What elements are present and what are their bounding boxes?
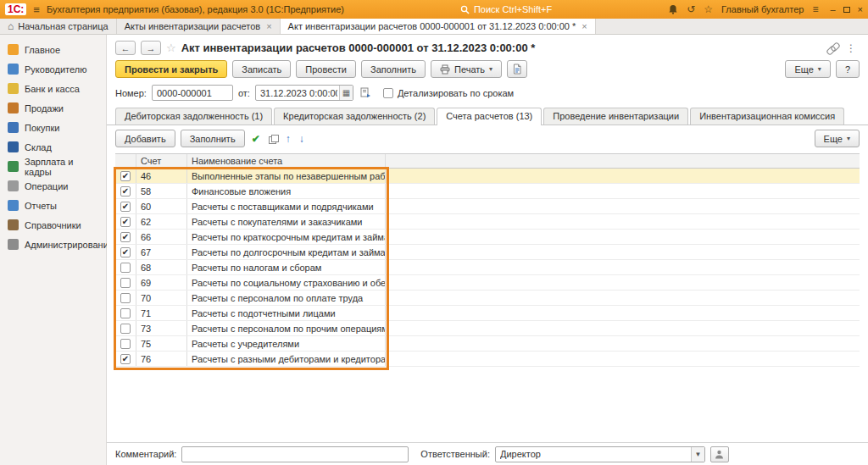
maximize-icon[interactable] <box>843 7 850 13</box>
row-checkbox[interactable] <box>120 263 131 273</box>
table-row[interactable]: 70 Расчеты с персоналом по оплате труда <box>115 291 860 306</box>
table-row[interactable]: 73 Расчеты с персоналом по прочим операц… <box>115 321 860 336</box>
sidebar-item[interactable]: Главное <box>0 40 106 59</box>
table-row[interactable]: 69 Расчеты по социальному страхованию и … <box>115 275 860 291</box>
attached-files-button[interactable] <box>507 60 527 78</box>
number-input[interactable] <box>152 85 233 101</box>
sidebar-item[interactable]: Отчеты <box>0 196 106 215</box>
forward-button[interactable]: → <box>141 41 161 55</box>
account-code: 69 <box>136 275 187 290</box>
tab-acts-list[interactable]: Акты инвентаризации расчетов × <box>117 19 281 34</box>
favorites-star-icon[interactable]: ☆ <box>704 4 713 14</box>
sidebar-item-label: Продажи <box>25 103 64 113</box>
close-icon[interactable]: × <box>266 21 271 31</box>
doc-tab[interactable]: Дебиторская задолженность (1) <box>115 108 272 125</box>
check-all-button[interactable]: ✔ <box>250 131 262 147</box>
sidebar-item[interactable]: Склад <box>0 137 106 157</box>
sidebar-item[interactable]: Покупки <box>0 118 106 137</box>
account-code: 66 <box>136 230 187 244</box>
doc-tab[interactable]: Инвентаризационная комиссия <box>690 108 844 125</box>
table-row[interactable]: 62 Расчеты с покупателями и заказчиками <box>115 214 860 230</box>
detailize-checkbox[interactable] <box>383 88 393 98</box>
doc-tab[interactable]: Проведение инвентаризации <box>543 108 688 125</box>
table-row[interactable]: 46 Выполненные этапы по незавершенным ра… <box>115 169 860 184</box>
table-command-bar: Добавить Заполнить ✔ ↑ ↓ Еще ▾ <box>107 125 868 152</box>
more-vert-icon[interactable]: ⋮ <box>846 42 856 54</box>
get-link-icon[interactable] <box>827 43 837 53</box>
tab-home[interactable]: ⌂ Начальная страница <box>0 19 117 34</box>
open-responsible-button[interactable] <box>710 446 729 462</box>
sidebar-item-label: Операции <box>25 181 68 191</box>
row-checkbox[interactable] <box>120 232 131 242</box>
table-row[interactable]: 71 Расчеты с подотчетными лицами <box>115 306 860 321</box>
service-menu-icon[interactable]: ≡ <box>812 4 818 14</box>
row-checkbox[interactable] <box>120 247 131 257</box>
account-name: Расчеты с подотчетными лицами <box>187 306 386 320</box>
table-row[interactable]: 76 Расчеты с разными дебиторами и кредит… <box>115 352 860 367</box>
add-row-button[interactable]: Добавить <box>115 130 175 147</box>
row-checkbox[interactable] <box>120 186 131 197</box>
sidebar-item-label: Склад <box>25 142 52 152</box>
notifications-bell-icon[interactable] <box>668 4 678 14</box>
help-button[interactable]: ? <box>836 60 860 78</box>
favorite-star-icon[interactable]: ☆ <box>166 42 176 54</box>
history-icon[interactable]: ↺ <box>687 4 695 14</box>
post-and-close-button[interactable]: Провести и закрыть <box>115 60 227 78</box>
move-down-button[interactable]: ↓ <box>298 131 306 147</box>
row-checkbox[interactable] <box>120 202 131 212</box>
sidebar-item[interactable]: Продажи <box>0 98 106 118</box>
fill-button[interactable]: Заполнить <box>361 60 426 78</box>
move-up-button[interactable]: ↑ <box>284 131 292 147</box>
sidebar-item[interactable]: Операции <box>0 176 106 196</box>
responsible-input[interactable] <box>495 446 705 462</box>
account-name: Финансовые вложения <box>187 184 386 198</box>
back-button[interactable]: ← <box>115 41 136 55</box>
post-button[interactable]: Провести <box>296 60 356 78</box>
table-row[interactable]: 58 Финансовые вложения <box>115 184 860 199</box>
related-documents-button[interactable] <box>359 86 373 101</box>
tab-current-document[interactable]: Акт инвентаризации расчетов 0000-000001 … <box>281 19 596 34</box>
current-user-label[interactable]: Главный бухгалтер <box>721 4 804 14</box>
row-checkbox[interactable] <box>120 278 131 288</box>
row-checkbox[interactable] <box>120 293 131 303</box>
print-button[interactable]: Печать ▾ <box>431 60 502 78</box>
uncheck-all-button[interactable] <box>267 131 279 147</box>
detailize-by-terms-option[interactable]: Детализировать по срокам <box>383 88 514 98</box>
chevron-down-icon: ▾ <box>847 135 850 142</box>
command-bar: Провести и закрыть Записать Провести Зап… <box>107 58 868 85</box>
doc-tab[interactable]: Кредиторская задолженность (2) <box>274 108 435 125</box>
row-checkbox[interactable] <box>120 324 131 334</box>
save-button[interactable]: Записать <box>232 60 291 78</box>
close-icon[interactable]: × <box>858 4 863 14</box>
table-more-button[interactable]: Еще ▾ <box>815 130 860 147</box>
table-row[interactable]: 66 Расчеты по краткосрочным кредитам и з… <box>115 230 860 245</box>
main-menu-icon[interactable]: ≡ <box>33 3 40 16</box>
sidebar-item[interactable]: Справочники <box>0 215 106 235</box>
fill-table-button[interactable]: Заполнить <box>181 130 245 147</box>
sidebar-item[interactable]: Руководителю <box>0 59 106 79</box>
home-icon: ⌂ <box>8 20 14 32</box>
table-row[interactable]: 68 Расчеты по налогам и сборам <box>115 260 860 275</box>
table-row[interactable]: 60 Расчеты с поставщиками и подрядчиками <box>115 199 860 214</box>
table-row[interactable]: 67 Расчеты по долгосрочным кредитам и за… <box>115 245 860 260</box>
doc-tab-label: Счета расчетов (13) <box>446 111 532 121</box>
row-checkbox[interactable] <box>120 354 131 364</box>
row-checkbox[interactable] <box>120 339 131 349</box>
chevron-down-icon[interactable]: ▼ <box>691 447 704 462</box>
close-icon[interactable]: × <box>581 21 587 31</box>
global-search[interactable]: Поиск Ctrl+Shift+F <box>460 4 552 14</box>
more-button[interactable]: Еще ▾ <box>785 60 830 78</box>
sidebar-item[interactable]: Зарплата и кадры <box>0 157 106 176</box>
calendar-icon[interactable]: ▦ <box>339 86 353 100</box>
doc-tab-label: Инвентаризационная комиссия <box>699 111 835 121</box>
comment-input[interactable] <box>181 446 409 462</box>
account-code: 71 <box>136 306 187 320</box>
row-checkbox[interactable] <box>120 171 131 181</box>
sidebar-item[interactable]: Банк и касса <box>0 79 106 98</box>
doc-tab[interactable]: Счета расчетов (13) <box>437 108 542 125</box>
row-checkbox[interactable] <box>120 308 131 318</box>
row-checkbox[interactable] <box>120 217 131 227</box>
sidebar-item[interactable]: Администрирование <box>0 235 106 254</box>
minimize-icon[interactable]: – <box>830 4 835 14</box>
table-row[interactable]: 75 Расчеты с учредителями <box>115 336 860 352</box>
